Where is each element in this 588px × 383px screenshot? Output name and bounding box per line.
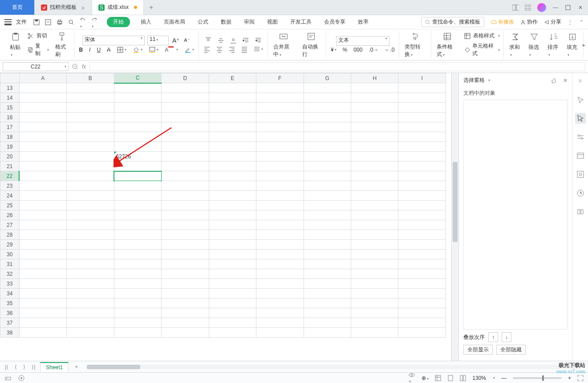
sheet-nav-next[interactable]: ⟩ [22, 364, 27, 370]
menu-formula[interactable]: 公式 [196, 17, 210, 27]
sheet-nav-first[interactable]: |⟨ [4, 364, 10, 370]
row-header[interactable]: 22 [0, 171, 20, 181]
object-list[interactable] [463, 100, 568, 330]
cell[interactable] [114, 201, 161, 210]
cell[interactable] [114, 191, 161, 201]
indent-inc-icon[interactable] [241, 36, 250, 45]
menu-insert[interactable]: 插入 [139, 17, 153, 27]
cell[interactable] [162, 191, 209, 201]
zoom-value[interactable]: 130% [472, 375, 486, 381]
cell[interactable] [304, 210, 351, 220]
italic-icon[interactable]: I [88, 46, 91, 54]
status-misc-icon[interactable] [18, 375, 25, 382]
cell[interactable] [162, 93, 209, 103]
cell[interactable] [19, 328, 66, 338]
tab-file[interactable]: S 成绩.xlsx [92, 0, 144, 15]
cell[interactable] [209, 269, 256, 279]
preview-icon[interactable] [68, 19, 75, 26]
cell[interactable] [304, 201, 351, 210]
cell[interactable] [162, 83, 209, 93]
menu-dev[interactable]: 开发工具 [288, 17, 313, 27]
pin-icon[interactable] [552, 78, 557, 83]
cell[interactable] [67, 250, 114, 259]
add-sheet-button[interactable]: + [72, 364, 81, 370]
cell[interactable] [114, 181, 161, 191]
coop-button[interactable]: 协作 [520, 18, 538, 26]
cell[interactable] [256, 250, 304, 259]
col-header[interactable]: E [209, 73, 256, 83]
cond-format-button[interactable]: 条件格式▾ [435, 31, 459, 59]
percent-icon[interactable]: % [342, 46, 349, 54]
view-normal-icon[interactable] [435, 375, 441, 381]
paste-button[interactable]: 粘贴▾ [8, 31, 23, 58]
cell[interactable] [398, 220, 446, 230]
cell[interactable] [304, 318, 351, 328]
cell[interactable] [256, 103, 304, 113]
cell[interactable] [351, 298, 398, 308]
rail-style-icon[interactable] [575, 94, 586, 105]
cell[interactable] [398, 93, 446, 103]
row-header[interactable]: 32 [0, 269, 20, 279]
cell[interactable] [304, 181, 351, 191]
indent-dec-icon[interactable] [254, 36, 263, 45]
save-icon[interactable] [33, 19, 40, 26]
menu-view[interactable]: 视图 [265, 17, 280, 27]
wrap-button[interactable]: 自动换行 [300, 31, 322, 59]
cell[interactable] [19, 93, 66, 103]
cell[interactable] [351, 230, 398, 240]
cell[interactable] [114, 269, 161, 279]
bg-color-icon[interactable]: ▾ [148, 45, 159, 54]
cell[interactable] [351, 210, 398, 220]
cell[interactable] [19, 269, 66, 279]
cell[interactable] [114, 220, 161, 230]
cell[interactable] [209, 83, 256, 93]
cell[interactable] [19, 318, 66, 328]
cell[interactable] [398, 250, 446, 259]
align-center-icon[interactable] [215, 45, 224, 54]
cell[interactable] [398, 210, 446, 220]
cell[interactable] [256, 230, 304, 240]
cell[interactable] [351, 83, 398, 93]
cell[interactable] [209, 298, 256, 308]
cell[interactable] [351, 93, 398, 103]
cell[interactable] [256, 289, 304, 298]
hide-all-button[interactable]: 全部隐藏 [496, 345, 526, 355]
rail-backup-icon[interactable] [575, 188, 586, 198]
cell[interactable] [19, 230, 66, 240]
cell[interactable] [67, 201, 114, 210]
cell-style-button[interactable]: 单元格样式▾ [464, 42, 500, 57]
layout-icon[interactable] [512, 4, 519, 11]
font-color-icon[interactable]: A▾ [164, 45, 179, 54]
view-break-icon[interactable] [460, 375, 466, 381]
cell[interactable] [398, 259, 446, 269]
cell[interactable] [162, 230, 209, 240]
cell[interactable] [67, 220, 114, 230]
cell[interactable] [162, 132, 209, 142]
cell[interactable] [351, 171, 398, 181]
cell[interactable] [67, 210, 114, 220]
cell[interactable] [162, 259, 209, 269]
cell[interactable] [114, 328, 161, 338]
rail-select-icon[interactable] [575, 113, 586, 124]
cell[interactable] [256, 308, 304, 318]
close-icon[interactable]: ✕ [81, 5, 85, 10]
cell[interactable] [398, 289, 446, 298]
dec-dec-icon[interactable]: ←.0 [384, 46, 395, 54]
ribbon-expand-icon[interactable]: ▸ [583, 42, 585, 48]
sheet-area[interactable]: ABCDEFGHI1314151617181920627262122232425… [0, 73, 451, 361]
menu-icon[interactable] [4, 19, 12, 25]
cell[interactable] [67, 132, 114, 142]
cell[interactable] [398, 318, 446, 328]
font-size-selector[interactable]: 11▾ [147, 36, 169, 45]
cell[interactable] [304, 250, 351, 259]
cell[interactable] [114, 210, 161, 220]
cell[interactable] [114, 230, 161, 240]
cell[interactable] [351, 259, 398, 269]
row-header[interactable]: 16 [0, 113, 20, 122]
cell[interactable] [256, 240, 304, 250]
cell[interactable] [351, 289, 398, 298]
currency-icon[interactable]: ¥▾ [330, 46, 337, 54]
cell[interactable] [304, 308, 351, 318]
cell[interactable] [256, 181, 304, 191]
cell[interactable] [19, 142, 66, 152]
